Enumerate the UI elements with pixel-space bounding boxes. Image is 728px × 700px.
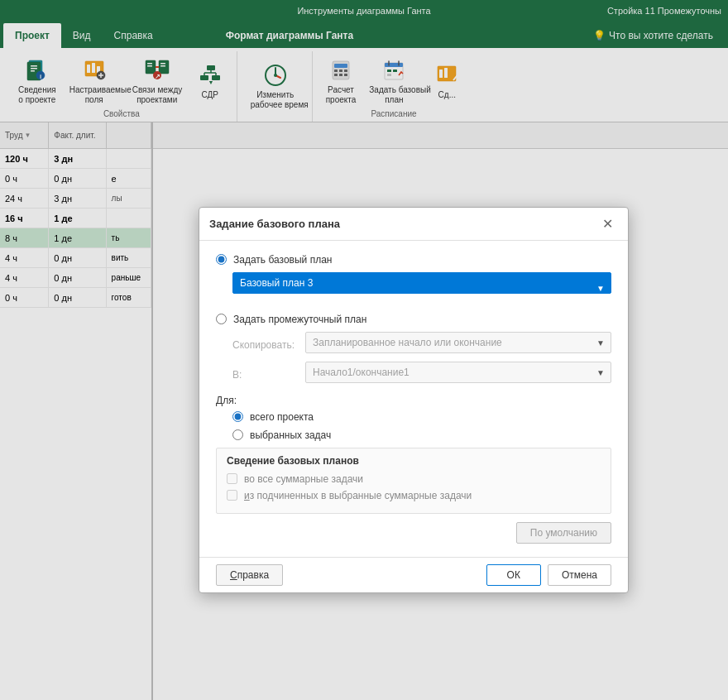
dialog-title: Задание базового плана: [209, 218, 340, 230]
dialog-footer: Справка ОК Отмена: [199, 557, 628, 592]
radio-selected-tasks-label: выбранных задач: [250, 429, 331, 441]
dialog-close-button[interactable]: ✕: [597, 214, 618, 233]
for-title: Для:: [216, 395, 611, 406]
checkbox-from-subordinate[interactable]: из подчиненных в выбранные суммарные зад…: [227, 490, 601, 501]
copy-label: Скопировать:: [232, 339, 299, 351]
dialog: Задание базового плана ✕ Задать базовый …: [199, 207, 629, 593]
for-section: Для: всего проекта выбранных задач: [216, 395, 611, 441]
help-button[interactable]: Справка: [216, 564, 283, 586]
radio-option-promezhutochnyy[interactable]: Задать промежуточный план: [216, 314, 611, 325]
dialog-body: Задать базовый план Базовый план 3 ▼ Зад…: [199, 241, 628, 557]
copy-dropdown: Запланированное начало или окончание: [305, 332, 611, 353]
checkbox-from-subordinate-label: из подчиненных в выбранные суммарные зад…: [244, 490, 472, 501]
checkbox-all-summary-input[interactable]: [227, 473, 237, 484]
copy-section: Скопировать: Запланированное начало или …: [232, 332, 611, 388]
modal-overlay: Задание базового плана ✕ Задать базовый …: [0, 0, 728, 700]
radio-promezhutochnyy[interactable]: [216, 314, 227, 324]
default-btn-row: По умолчанию: [216, 522, 611, 544]
copy-label-row: Скопировать: Запланированное начало или …: [232, 332, 611, 358]
footer-left: Справка: [216, 564, 283, 586]
radio-all-project-input[interactable]: [232, 411, 243, 422]
radio-all-project-label: всего проекта: [250, 411, 314, 423]
radio-selected-tasks[interactable]: выбранных задач: [232, 429, 611, 441]
bazovyy-dropdown-wrapper: Базовый план 3 ▼: [232, 272, 611, 304]
svedenie-section: Сведение базовых планов во все суммарные…: [216, 448, 611, 514]
ok-button[interactable]: ОК: [486, 564, 541, 586]
radio-bazovyy[interactable]: [216, 254, 227, 265]
footer-right: ОК Отмена: [486, 564, 611, 586]
in-dropdown: Начало1/окончание1: [305, 362, 611, 383]
dialog-title-bar: Задание базового плана ✕: [199, 208, 628, 241]
checkbox-all-summary-label: во все суммарные задачи: [244, 473, 363, 485]
bazovyy-dropdown[interactable]: Базовый план 3: [232, 272, 611, 294]
help-underline: С: [230, 569, 237, 581]
radio-selected-tasks-input[interactable]: [232, 429, 243, 440]
checkbox-all-summary[interactable]: во все суммарные задачи: [227, 473, 601, 485]
help-text: правка: [237, 569, 269, 581]
in-label: В:: [232, 369, 299, 381]
radio-option-bazovyy[interactable]: Задать базовый план: [216, 254, 611, 266]
cancel-button[interactable]: Отмена: [548, 564, 611, 586]
default-button[interactable]: По умолчанию: [516, 522, 611, 544]
svedenie-title: Сведение базовых планов: [227, 455, 601, 467]
checkbox-from-subordinate-input[interactable]: [227, 490, 237, 501]
copy-dropdown-wrapper: Запланированное начало или окончание ▼: [305, 332, 611, 353]
radio-promezhutochnyy-label: Задать промежуточный план: [233, 314, 366, 325]
radio-all-project[interactable]: всего проекта: [232, 411, 611, 423]
in-label-row: В: Начало1/окончание1 ▼: [232, 362, 611, 388]
radio-bazovyy-label: Задать базовый план: [233, 254, 332, 266]
for-radios: всего проекта выбранных задач: [232, 411, 611, 441]
in-dropdown-wrapper: Начало1/окончание1 ▼: [305, 362, 611, 383]
